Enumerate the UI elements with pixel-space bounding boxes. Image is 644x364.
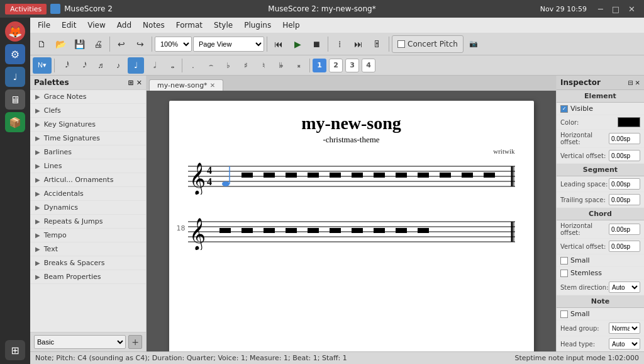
head-type-select[interactable]: Auto [609,338,640,350]
trailing-input[interactable] [609,194,640,205]
arrow-lines: ▶ [35,162,40,169]
palette-type-select[interactable]: Basic Advanced [34,335,126,349]
rewind-button[interactable]: ⏮ [270,35,287,53]
save-button[interactable]: 💾 [70,35,88,53]
screenshot-button[interactable]: 📷 [465,35,482,53]
h-offset-input[interactable] [609,133,640,144]
score-tab[interactable]: my-new-song* ✕ [149,79,223,91]
palette-clefs[interactable]: ▶Clefs [30,104,146,118]
chord-v-offset-input[interactable] [609,241,640,252]
rest-s2-1 [219,228,231,233]
concert-pitch-checkbox[interactable] [397,40,405,48]
dot-button[interactable]: . [185,57,201,74]
menu-format[interactable]: Format [171,20,208,31]
menu-help[interactable]: Help [277,20,304,31]
activities-button[interactable]: Activities [5,4,47,14]
add-palette-button[interactable]: + [128,335,142,349]
dur-16th[interactable]: ♬ [92,57,109,74]
palette-lines[interactable]: ▶Lines [30,159,146,173]
inspector-expand-icon[interactable]: ⊟ [628,79,633,86]
palettes-close-icon[interactable]: ✕ [136,79,142,87]
dur-8th[interactable]: ♪ [110,57,126,74]
menu-plugins[interactable]: Plugins [239,20,276,31]
chord-h-offset-label: Horizontal offset: [560,222,609,236]
chord-h-offset-input[interactable] [609,224,640,235]
small-checkbox[interactable] [560,257,568,264]
menu-view[interactable]: View [82,20,110,31]
voice4-button[interactable]: 4 [362,59,375,72]
mixer-button[interactable]: 🎚 [369,35,386,53]
dbl-sharp-button[interactable]: 𝄪 [291,57,307,74]
palette-breaks[interactable]: ▶Breaks & Spacers [30,256,146,270]
maximize-button[interactable]: □ [608,3,623,15]
palette-repeats[interactable]: ▶Repeats & Jumps [30,215,146,229]
firefox-icon[interactable]: 🦊 [5,21,25,42]
play-button[interactable]: ▶ [289,35,306,53]
palette-barlines[interactable]: ▶Barlines [30,145,146,159]
palette-articulations[interactable]: ▶Articul... Ornaments [30,173,146,187]
voice3-button[interactable]: 3 [345,59,359,72]
app5-icon[interactable]: 📦 [5,112,25,132]
note-small-checkbox[interactable] [560,310,568,318]
palette-accidentals[interactable]: ▶Accidentals [30,187,146,201]
inspector-close-icon[interactable]: ✕ [635,79,640,86]
dur-whole[interactable]: 𝅝 [163,57,179,74]
close-button[interactable]: ✕ [625,3,639,15]
v-offset-input[interactable] [609,150,640,161]
stem-dir-select[interactable]: Auto Up Down [609,282,640,293]
voice2-button[interactable]: 2 [329,59,343,72]
palette-tempo[interactable]: ▶Tempo [30,229,146,242]
system-icon[interactable]: 🖥 [5,89,25,110]
dur-half[interactable]: 𝅗𝅥 [145,57,162,74]
menu-add[interactable]: Add [112,20,136,31]
palette-dynamics[interactable]: ▶Dynamics [30,201,146,215]
voice1-button[interactable]: 1 [313,59,326,72]
stemless-checkbox[interactable] [560,270,568,277]
zoom-select[interactable]: 100% 75% 150% [155,37,192,52]
selected-note[interactable] [222,181,230,186]
musescore-app-icon[interactable]: ♩ [5,67,25,87]
color-picker[interactable] [618,117,640,127]
flat-button[interactable]: ♭ [220,57,236,74]
view-select[interactable]: Page View Continuous View [193,37,264,52]
rest-s2-7 [352,228,363,233]
end-button[interactable]: ⏭ [350,35,367,53]
open-button[interactable]: 📂 [52,35,69,53]
palette-beam[interactable]: ▶Beam Properties [30,270,146,284]
menu-notes[interactable]: Notes [138,20,170,31]
note-input-button[interactable]: N▾ [33,57,52,74]
dbl-flat-button[interactable]: 𝄫 [273,57,289,74]
palette-text[interactable]: ▶Text [30,242,146,256]
menu-style[interactable]: Style [209,20,238,31]
loop-button[interactable]: ⁞ [331,35,348,53]
head-group-select[interactable]: Normal [609,322,640,334]
score-content[interactable]: my-new-song -christmas-theme writwik 𝄞 4… [147,91,556,351]
head-group-row: Head group: Normal [557,321,644,336]
new-button[interactable]: 🗋 [33,35,50,53]
palettes-expand-icon[interactable]: ⊞ [128,79,134,87]
palette-grace-notes[interactable]: ▶Grace Notes [30,90,146,104]
undo-button[interactable]: ↩ [113,35,130,53]
menu-edit[interactable]: Edit [57,20,81,31]
print-button[interactable]: 🖨 [89,35,107,53]
leading-input[interactable] [609,178,640,190]
concert-pitch-button[interactable]: Concert Pitch [392,35,464,53]
menu-file[interactable]: File [33,20,55,31]
tab-close-button[interactable]: ✕ [210,82,215,89]
grid-icon[interactable]: ⊞ [5,340,25,360]
natural-button[interactable]: ♮ [255,57,272,74]
palette-key-signatures[interactable]: ▶Key Signatures [30,118,146,132]
element-section: Element [557,90,644,103]
tie-button[interactable]: ⌢ [203,57,219,74]
dur-quarter[interactable]: ♩ [128,57,144,74]
inspector-panel: Inspector ⊟ ✕ Element ✓ Visible Color: [556,76,644,351]
sharp-button[interactable]: ♯ [238,57,254,74]
kde-icon[interactable]: ⚙ [5,44,25,64]
stop-button[interactable]: ⏹ [308,35,325,53]
dur-64th[interactable]: 𝅘𝅥𝅱 [57,57,74,74]
visible-checkbox[interactable]: ✓ [560,105,568,113]
palette-time-signatures[interactable]: ▶Time Signatures [30,132,146,145]
dur-32nd[interactable]: 𝅘𝅥𝅰 [75,57,91,74]
minimize-button[interactable]: ─ [594,3,607,15]
redo-button[interactable]: ↪ [131,35,149,53]
